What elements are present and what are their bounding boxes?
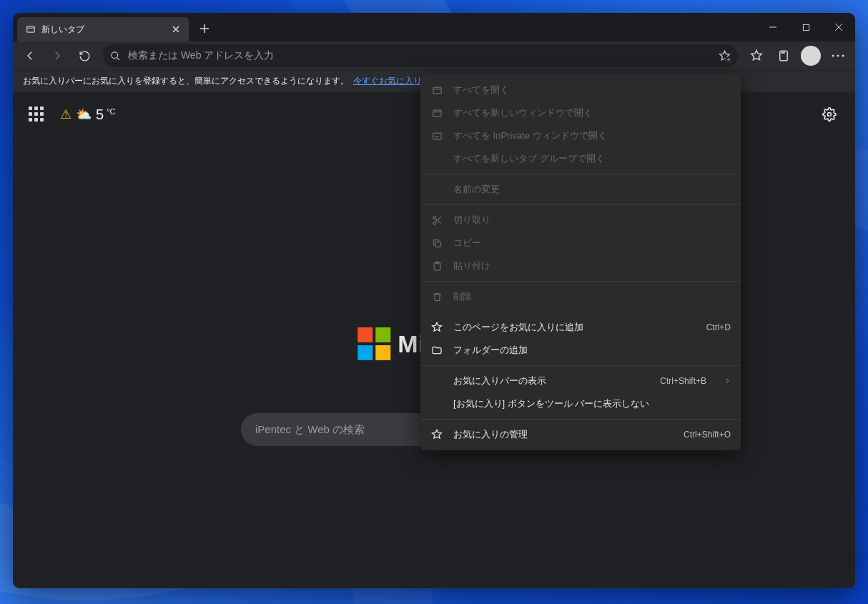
menu-show-favorites-bar[interactable]: • お気に入りバーの表示 Ctrl+Shift+B	[420, 370, 741, 392]
back-button[interactable]	[17, 44, 43, 67]
window-controls	[756, 13, 855, 41]
star-gear-icon	[430, 429, 443, 440]
menu-label: お気に入りの管理	[453, 428, 528, 441]
chevron-right-icon	[724, 377, 731, 385]
menu-label: このページをお気に入りに追加	[453, 321, 583, 334]
inprivate-icon	[430, 131, 443, 142]
menu-separator	[420, 204, 741, 205]
weather-temp: 5	[96, 107, 104, 123]
svg-point-5	[837, 54, 839, 56]
favorites-hint-text: お気に入りバーにお気に入りを登録すると、簡単にアクセスできるようになります。	[23, 75, 349, 87]
new-window-icon	[430, 108, 443, 119]
menu-manage-favorites[interactable]: お気に入りの管理 Ctrl+Shift+O	[420, 423, 741, 446]
menu-label: お気に入りバーの表示	[453, 375, 546, 387]
menu-shortcut: Ctrl+Shift+O	[684, 430, 731, 440]
menu-label: フォルダーの追加	[453, 344, 528, 357]
menu-label: 削除	[453, 290, 472, 303]
svg-point-4	[832, 54, 834, 56]
menu-paste[interactable]: 貼り付け	[420, 254, 741, 277]
menu-open-all-new-window[interactable]: すべてを新しいウィンドウで開く	[420, 102, 741, 124]
svg-point-7	[828, 113, 832, 117]
ntp-search-placeholder: iPentec と Web の検索	[255, 423, 365, 437]
apps-launcher-icon[interactable]	[29, 107, 44, 122]
favorites-context-menu: すべてを開く すべてを新しいウィンドウで開く すべてを InPrivate ウィ…	[420, 74, 741, 450]
collections-button[interactable]	[771, 44, 797, 67]
toolbar: 検索または Web アドレスを入力 +	[13, 41, 855, 70]
maximize-button[interactable]	[789, 13, 822, 41]
menu-label: [お気に入り] ボタンをツール バーに表示しない	[453, 397, 649, 410]
tab-icon	[26, 24, 36, 34]
tab-title: 新しいタブ	[41, 24, 84, 36]
menu-label: 切り取り	[453, 214, 490, 227]
menu-label: 名前の変更	[453, 183, 500, 196]
close-window-button[interactable]	[822, 13, 855, 41]
svg-rect-10	[433, 133, 440, 139]
browser-window: 新しいタブ 検索または Web アドレスを入力	[13, 13, 855, 588]
svg-point-6	[842, 54, 844, 56]
svg-rect-8	[433, 87, 440, 94]
weather-unit: °C	[107, 107, 115, 116]
svg-rect-13	[435, 242, 441, 247]
address-placeholder: 検索または Web アドレスを入力	[128, 49, 274, 62]
star-plus-icon	[430, 322, 443, 333]
menu-open-all[interactable]: すべてを開く	[420, 79, 741, 102]
menu-rename[interactable]: • 名前の変更	[420, 178, 741, 201]
profile-avatar[interactable]	[801, 46, 821, 66]
trash-icon	[430, 292, 443, 302]
tab-new[interactable]: 新しいタブ	[17, 17, 189, 41]
menu-label: すべてを新しいウィンドウで開く	[453, 107, 593, 119]
warning-icon: ⚠	[60, 107, 71, 122]
refresh-button[interactable]	[71, 44, 97, 67]
svg-rect-0	[27, 26, 35, 32]
svg-rect-1	[803, 24, 809, 30]
paste-icon	[430, 261, 443, 272]
menu-open-all-inprivate[interactable]: すべてを InPrivate ウィンドウで開く	[420, 124, 741, 147]
menu-cut[interactable]: 切り取り	[420, 209, 741, 232]
menu-label: 貼り付け	[453, 259, 490, 272]
menu-separator	[420, 419, 741, 420]
new-tab-button[interactable]	[193, 17, 216, 40]
svg-rect-9	[433, 110, 440, 117]
menu-separator	[420, 365, 741, 366]
page-settings-icon[interactable]	[819, 104, 839, 124]
menu-separator	[420, 312, 741, 312]
copy-icon	[430, 238, 443, 249]
favorites-button[interactable]	[744, 44, 769, 67]
menu-label: コピー	[453, 237, 481, 249]
minimize-button[interactable]	[756, 13, 789, 41]
menu-shortcut: Ctrl+Shift+B	[660, 376, 706, 386]
window-icon	[430, 85, 443, 96]
menu-separator	[420, 174, 741, 174]
close-tab-icon[interactable]	[170, 24, 182, 35]
menu-shortcut: Ctrl+D	[706, 322, 731, 332]
weather-cloud-icon: ⛅	[76, 107, 92, 122]
menu-label: すべてを新しいタブ グループで開く	[453, 152, 605, 165]
address-bar[interactable]: 検索または Web アドレスを入力 +	[103, 44, 738, 67]
weather-widget[interactable]: ⚠ ⛅ 5 °C	[60, 107, 115, 123]
folder-plus-icon	[430, 345, 443, 356]
forward-button[interactable]	[44, 44, 70, 67]
menu-add-page-to-favorites[interactable]: このページをお気に入りに追加 Ctrl+D	[420, 316, 741, 339]
settings-menu-button[interactable]	[825, 44, 851, 67]
menu-label: すべてを開く	[453, 84, 509, 96]
tab-strip: 新しいタブ	[13, 13, 855, 41]
menu-separator	[420, 281, 741, 282]
svg-point-2	[112, 51, 118, 58]
microsoft-logo-icon	[357, 327, 390, 360]
menu-delete[interactable]: 削除	[420, 285, 741, 308]
menu-hide-favorites-button[interactable]: • [お気に入り] ボタンをツール バーに表示しない	[420, 392, 741, 415]
search-icon	[110, 51, 121, 61]
menu-add-folder[interactable]: フォルダーの追加	[420, 339, 741, 362]
menu-copy[interactable]: コピー	[420, 232, 741, 254]
add-favorite-omnibox-icon[interactable]: +	[719, 50, 731, 62]
menu-open-all-tab-group[interactable]: • すべてを新しいタブ グループで開く	[420, 147, 741, 170]
menu-label: すべてを InPrivate ウィンドウで開く	[453, 129, 607, 142]
scissors-icon	[430, 215, 443, 226]
